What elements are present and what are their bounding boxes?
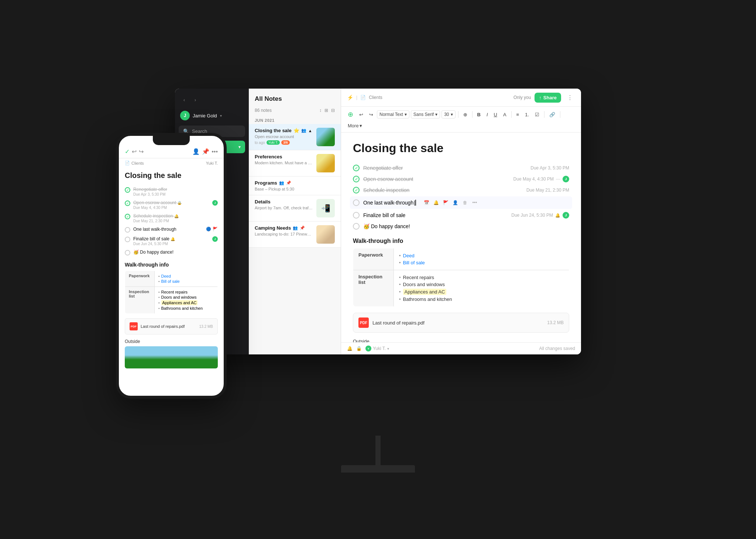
table-row-inspection: Inspection list Recent repairs Doors and…: [353, 270, 569, 307]
phone-task-content: Schedule inspection 🔔 Due May 21, 2:30 P…: [133, 213, 218, 223]
bullet-list-button[interactable]: ≡: [514, 110, 522, 119]
pdf-attachment[interactable]: PDF Last round of repairs.pdf 13.2 MB: [353, 313, 569, 333]
bell-icon[interactable]: 🔔: [347, 346, 353, 351]
phone-task-renegotiate[interactable]: ✓ Renegotiate offer Due Apr 3, 5:30 PM: [125, 185, 218, 198]
deed-link[interactable]: Deed: [161, 274, 171, 278]
notes-list-header: All Notes: [249, 89, 341, 106]
user-avatar: J: [180, 111, 190, 120]
note-item-closing[interactable]: Closing the sale ⭐ 👥 ▲ Open escrow accou…: [249, 124, 341, 150]
phone-checkbox[interactable]: [125, 237, 130, 242]
phone-checkbox[interactable]: ✓: [125, 214, 130, 219]
add-icon-button[interactable]: ⊕: [461, 110, 470, 119]
task-checkbox[interactable]: ✓: [353, 187, 360, 193]
phone-task-billsale[interactable]: Finalize bill of sale 🔔 Due Jun 24, 5:30…: [125, 234, 218, 248]
calendar-icon[interactable]: 📅: [423, 199, 431, 207]
task-checkbox[interactable]: [353, 212, 360, 219]
forward-button[interactable]: ›: [191, 96, 199, 104]
phone-checkbox[interactable]: [125, 250, 130, 255]
phone-task-happydance[interactable]: 🥳 Do happy dance!: [125, 248, 218, 257]
numbered-list-button[interactable]: 1.: [523, 110, 531, 119]
share-button[interactable]: ↑ Share: [535, 93, 561, 103]
bell-icon-small: 🔔: [171, 237, 175, 241]
user-row[interactable]: J Jamie Gold ▾: [175, 109, 249, 124]
check-icon[interactable]: ✓: [125, 148, 130, 155]
phone-list-item-appliances: Appliances and AC: [158, 300, 214, 306]
task-checkbox[interactable]: [353, 199, 360, 206]
separator: [544, 111, 544, 118]
phone-checkbox[interactable]: ✓: [125, 187, 130, 193]
notes-meta-icons: ↕ ⊞ ⊟: [319, 108, 335, 113]
more-icon[interactable]: •••: [471, 199, 479, 207]
phone-doc-header: 📄 Clients Yuki T.: [119, 158, 224, 168]
task-item-walkthrough[interactable]: One last walk-through| 📅 🔔 🚩 👤 🗑 •••: [350, 196, 572, 209]
filter-icon[interactable]: ⊞: [324, 108, 328, 113]
billsale-link[interactable]: Bill of sale: [403, 260, 425, 265]
phone-checkbox[interactable]: ✓: [125, 200, 130, 206]
document-title[interactable]: Closing the sale: [353, 141, 569, 155]
task-item-billsale[interactable]: Finalize bill of sale Due Jun 24, 5:30 P…: [353, 210, 569, 221]
text-color-button[interactable]: A: [501, 110, 509, 119]
phone-task-text: One last walk-through: [133, 227, 203, 232]
person-icon[interactable]: 👤: [451, 199, 460, 207]
bell-icon[interactable]: 🔔: [432, 199, 440, 207]
task-checkbox[interactable]: ✓: [353, 176, 360, 182]
phone-task-escrow[interactable]: ✓ Open escrow account 🔒 Due May 4, 4:30 …: [125, 198, 218, 212]
user-selector[interactable]: Y Yuki T. ▾: [365, 346, 389, 351]
sort-icon[interactable]: ↕: [319, 108, 322, 113]
billsale-link[interactable]: Bill of sale: [161, 279, 180, 284]
note-item-title: Closing the sale ⭐ 👥 ▲: [255, 128, 313, 133]
more-button[interactable]: More ▾: [346, 121, 364, 130]
phone-task-due: Due May 21, 2:30 PM: [133, 219, 218, 223]
undo-icon[interactable]: ↩: [132, 148, 137, 155]
bell-icon-small: 🔔: [174, 214, 179, 218]
person-icon[interactable]: 👤: [192, 148, 200, 155]
size-select[interactable]: 30 ▾: [441, 110, 455, 119]
note-item-title: Camping Needs 👥 📌: [255, 225, 313, 231]
underline-button[interactable]: U: [492, 110, 499, 119]
task-checkbox[interactable]: ✓: [353, 165, 360, 171]
phone-pdf-attachment[interactable]: PDF Last round of repairs.pdf 13.2 MB: [125, 318, 218, 334]
undo-button[interactable]: ↩: [357, 110, 365, 119]
font-select[interactable]: Sans Serif ▾: [411, 110, 440, 119]
note-item-details[interactable]: Details Airport by 7am. Off, check traff…: [249, 195, 341, 222]
redo-button[interactable]: ↪: [367, 110, 375, 119]
doc-icon: ⚡: [347, 95, 353, 100]
back-button[interactable]: ‹: [180, 96, 188, 104]
add-block-button[interactable]: ⊕: [346, 109, 355, 120]
share-icon: 👥: [301, 128, 306, 133]
pin-icon[interactable]: 📌: [202, 148, 209, 155]
more-button[interactable]: ⋮: [565, 92, 575, 103]
task-item-escrow[interactable]: ✓ Open escrow account Due May 4, 4:30 PM…: [353, 174, 569, 185]
notes-meta: 86 notes ↕ ⊞ ⊟: [249, 106, 341, 116]
task-item-inspection[interactable]: ✓ Schedule inspection Due May 21, 2:30 P…: [353, 185, 569, 196]
progress-tag: 3/6: [281, 140, 290, 145]
phone-section-title: Walk-through info: [125, 262, 218, 268]
chevron-down-icon: ▾: [405, 112, 407, 117]
phone-list-item-bathrooms: Bathrooms and kitchen: [158, 306, 214, 311]
flag-icon[interactable]: 🚩: [442, 199, 450, 207]
lock-icon[interactable]: 🔒: [356, 346, 362, 351]
bold-button[interactable]: B: [475, 110, 483, 119]
size-label: 30: [444, 112, 449, 117]
more-icon[interactable]: •••: [212, 148, 218, 155]
link-button[interactable]: 🔗: [547, 110, 557, 119]
phone-checkbox[interactable]: [125, 227, 130, 233]
checklist-button[interactable]: ☑: [533, 110, 542, 119]
task-item-renegotiate[interactable]: ✓ Renegotiate offer Due Apr 3, 5:30 PM: [353, 162, 569, 174]
note-item-programs[interactable]: Programs 👥 📌 Base – Pickup at 5:30: [249, 176, 341, 195]
redo-icon[interactable]: ↪: [139, 148, 144, 155]
italic-button[interactable]: I: [484, 110, 490, 119]
grid-icon[interactable]: ⊟: [331, 108, 335, 113]
phone-task-walkthrough[interactable]: One last walk-through 🔵 🚩: [125, 225, 218, 234]
note-item-preferences[interactable]: Preferences Modern kitchen. Must have a …: [249, 150, 341, 176]
format-select[interactable]: Normal Text ▾: [377, 110, 409, 119]
trash-icon[interactable]: 🗑: [461, 199, 469, 207]
section-title: Walk-through info: [353, 238, 569, 244]
deed-link[interactable]: Deed: [403, 253, 415, 258]
sidebar-nav: ‹ ›: [175, 93, 249, 109]
task-item-happydance[interactable]: 🥳 Do happy dance!: [353, 221, 569, 232]
note-item-camping[interactable]: Camping Needs 👥 📌 Landscaping to-do: 17 …: [249, 222, 341, 248]
note-item-subtitle: Open escrow account: [255, 134, 313, 139]
task-checkbox[interactable]: [353, 223, 360, 230]
phone-task-inspection[interactable]: ✓ Schedule inspection 🔔 Due May 21, 2:30…: [125, 212, 218, 225]
